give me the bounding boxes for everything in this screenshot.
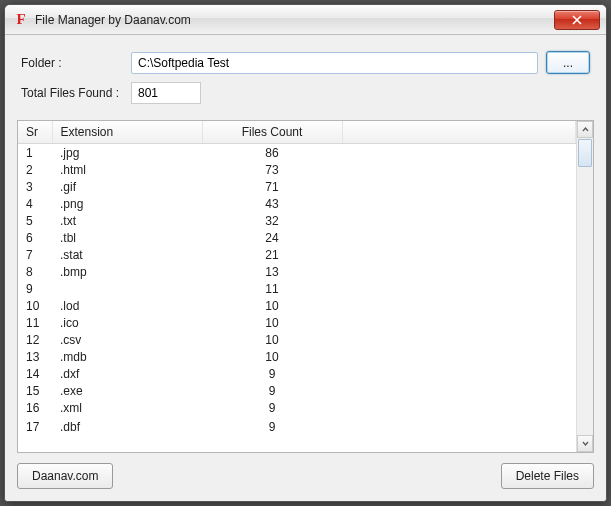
cell-extension: .tbl [52, 229, 202, 246]
cell-extension: .png [52, 195, 202, 212]
cell-spacer [342, 382, 576, 399]
cell-sr: 2 [18, 161, 52, 178]
cell-sr: 12 [18, 331, 52, 348]
cell-count: 9 [202, 365, 342, 382]
header-count[interactable]: Files Count [202, 121, 342, 144]
cell-spacer [342, 229, 576, 246]
table-row[interactable]: 1.jpg86 [18, 144, 576, 162]
folder-input[interactable] [131, 52, 538, 74]
cell-sr: 4 [18, 195, 52, 212]
cell-sr: 14 [18, 365, 52, 382]
table-row[interactable]: 3.gif71 [18, 178, 576, 195]
scroll-up-button[interactable] [577, 121, 593, 138]
cell-extension: .dbf [52, 416, 202, 437]
cell-spacer [342, 399, 576, 416]
cell-count: 73 [202, 161, 342, 178]
table-row[interactable]: 911 [18, 280, 576, 297]
cell-count: 71 [202, 178, 342, 195]
cell-spacer [342, 297, 576, 314]
cell-count: 21 [202, 246, 342, 263]
chevron-up-icon [582, 126, 589, 133]
folder-label: Folder : [21, 56, 131, 70]
cell-sr: 6 [18, 229, 52, 246]
header-extension[interactable]: Extension [52, 121, 202, 144]
vertical-scrollbar[interactable] [576, 121, 593, 452]
table-container: Sr Extension Files Count 1.jpg862.html73… [17, 120, 594, 453]
table-row[interactable]: 15.exe9 [18, 382, 576, 399]
cell-extension: .gif [52, 178, 202, 195]
cell-extension: .ico [52, 314, 202, 331]
cell-sr: 10 [18, 297, 52, 314]
folder-row: Folder : ... [21, 51, 590, 74]
cell-count: 13 [202, 263, 342, 280]
cell-spacer [342, 280, 576, 297]
table-row[interactable]: 11.ico10 [18, 314, 576, 331]
table-row[interactable]: 17.dbf9 [18, 416, 576, 437]
table-row[interactable]: 6.tbl24 [18, 229, 576, 246]
cell-spacer [342, 365, 576, 382]
table-row[interactable]: 14.dxf9 [18, 365, 576, 382]
cell-count: 9 [202, 416, 342, 437]
total-files-input[interactable] [131, 82, 201, 104]
close-icon [572, 15, 582, 25]
table-row[interactable]: 5.txt32 [18, 212, 576, 229]
cell-count: 43 [202, 195, 342, 212]
cell-spacer [342, 144, 576, 162]
cell-spacer [342, 331, 576, 348]
daanav-button[interactable]: Daanav.com [17, 463, 113, 489]
titlebar[interactable]: F File Manager by Daanav.com [5, 5, 606, 35]
cell-spacer [342, 246, 576, 263]
cell-count: 86 [202, 144, 342, 162]
cell-extension: .csv [52, 331, 202, 348]
table-row[interactable]: 13.mdb10 [18, 348, 576, 365]
cell-count: 32 [202, 212, 342, 229]
cell-sr: 8 [18, 263, 52, 280]
table-row[interactable]: 12.csv10 [18, 331, 576, 348]
cell-extension: .dxf [52, 365, 202, 382]
cell-spacer [342, 161, 576, 178]
cell-spacer [342, 416, 576, 437]
cell-extension: .stat [52, 246, 202, 263]
table-scroll: Sr Extension Files Count 1.jpg862.html73… [18, 121, 576, 452]
cell-sr: 5 [18, 212, 52, 229]
header-spacer[interactable] [342, 121, 576, 144]
cell-sr: 17 [18, 416, 52, 437]
cell-sr: 13 [18, 348, 52, 365]
cell-sr: 7 [18, 246, 52, 263]
table-row[interactable]: 7.stat21 [18, 246, 576, 263]
cell-spacer [342, 178, 576, 195]
client-area: Folder : ... Total Files Found : Sr [5, 35, 606, 501]
cell-extension [52, 280, 202, 297]
cell-count: 10 [202, 348, 342, 365]
cell-extension: .xml [52, 399, 202, 416]
table-header-row: Sr Extension Files Count [18, 121, 576, 144]
table-row[interactable]: 4.png43 [18, 195, 576, 212]
scroll-down-button[interactable] [577, 435, 593, 452]
scroll-thumb[interactable] [578, 139, 592, 167]
table-row[interactable]: 10.lod10 [18, 297, 576, 314]
table-row[interactable]: 8.bmp13 [18, 263, 576, 280]
footer-buttons: Daanav.com Delete Files [17, 453, 594, 489]
cell-sr: 16 [18, 399, 52, 416]
cell-extension: .jpg [52, 144, 202, 162]
close-button[interactable] [554, 10, 600, 30]
header-sr[interactable]: Sr [18, 121, 52, 144]
cell-spacer [342, 212, 576, 229]
cell-sr: 1 [18, 144, 52, 162]
cell-extension: .txt [52, 212, 202, 229]
table-row[interactable]: 16.xml9 [18, 399, 576, 416]
table-row[interactable]: 2.html73 [18, 161, 576, 178]
cell-sr: 3 [18, 178, 52, 195]
cell-sr: 9 [18, 280, 52, 297]
cell-spacer [342, 348, 576, 365]
chevron-down-icon [582, 440, 589, 447]
browse-button[interactable]: ... [546, 51, 590, 74]
cell-spacer [342, 263, 576, 280]
cell-sr: 15 [18, 382, 52, 399]
delete-files-button[interactable]: Delete Files [501, 463, 594, 489]
cell-count: 11 [202, 280, 342, 297]
cell-count: 9 [202, 382, 342, 399]
form-area: Folder : ... Total Files Found : [17, 45, 594, 120]
total-label: Total Files Found : [21, 86, 131, 100]
table-body: 1.jpg862.html733.gif714.png435.txt326.tb… [18, 144, 576, 438]
